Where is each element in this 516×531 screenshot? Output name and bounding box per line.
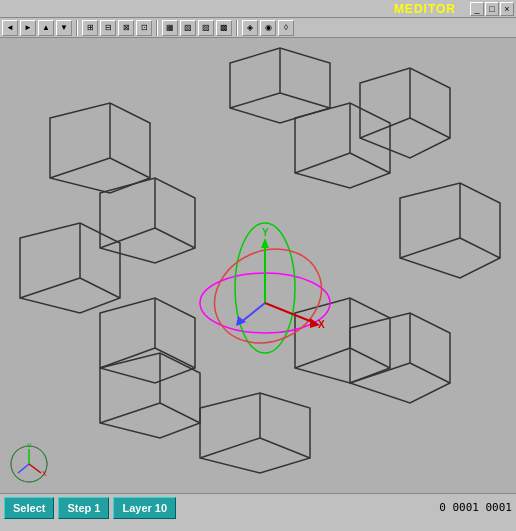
window-controls: _ □ × (470, 2, 514, 16)
step-button[interactable]: Step 1 (58, 497, 109, 519)
svg-text:X: X (42, 470, 47, 477)
svg-line-63 (29, 464, 41, 473)
maximize-button[interactable]: □ (485, 2, 499, 16)
toolbar-btn-10[interactable]: ▧ (180, 20, 196, 36)
toolbar-btn-11[interactable]: ▨ (198, 20, 214, 36)
svg-rect-0 (0, 38, 516, 493)
toolbar-btn-8[interactable]: ⊡ (136, 20, 152, 36)
svg-text:Y: Y (262, 227, 269, 238)
close-button[interactable]: × (500, 2, 514, 16)
toolbar-separator-3 (236, 20, 238, 36)
svg-line-64 (18, 464, 29, 473)
app-title: MEDITOR (394, 2, 456, 16)
toolbar-btn-7[interactable]: ⊠ (118, 20, 134, 36)
layer-button[interactable]: Layer 10 (113, 497, 176, 519)
scene-svg: Y X (0, 38, 516, 493)
svg-text:Y: Y (27, 443, 32, 449)
toolbar-btn-9[interactable]: ▦ (162, 20, 178, 36)
toolbar-btn-5[interactable]: ⊞ (82, 20, 98, 36)
toolbar-btn-13[interactable]: ◈ (242, 20, 258, 36)
toolbar-btn-12[interactable]: ▩ (216, 20, 232, 36)
svg-text:X: X (318, 319, 325, 330)
toolbar: ◄ ► ▲ ▼ ⊞ ⊟ ⊠ ⊡ ▦ ▧ ▨ ▩ ◈ ◉ ◊ (0, 18, 516, 38)
toolbar-btn-4[interactable]: ▼ (56, 20, 72, 36)
status-bar: Select Step 1 Layer 10 0 0001 0001 (0, 493, 516, 521)
toolbar-btn-15[interactable]: ◊ (278, 20, 294, 36)
viewport[interactable]: Y X Y X (0, 38, 516, 493)
toolbar-btn-6[interactable]: ⊟ (100, 20, 116, 36)
coordinates-display: 0 0001 0001 (439, 501, 512, 514)
toolbar-btn-3[interactable]: ▲ (38, 20, 54, 36)
toolbar-btn-14[interactable]: ◉ (260, 20, 276, 36)
axis-indicator: Y X (8, 443, 50, 485)
toolbar-separator-1 (76, 20, 78, 36)
title-bar: MEDITOR _ □ × (0, 0, 516, 18)
select-button[interactable]: Select (4, 497, 54, 519)
toolbar-btn-2[interactable]: ► (20, 20, 36, 36)
toolbar-separator-2 (156, 20, 158, 36)
toolbar-btn-1[interactable]: ◄ (2, 20, 18, 36)
minimize-button[interactable]: _ (470, 2, 484, 16)
